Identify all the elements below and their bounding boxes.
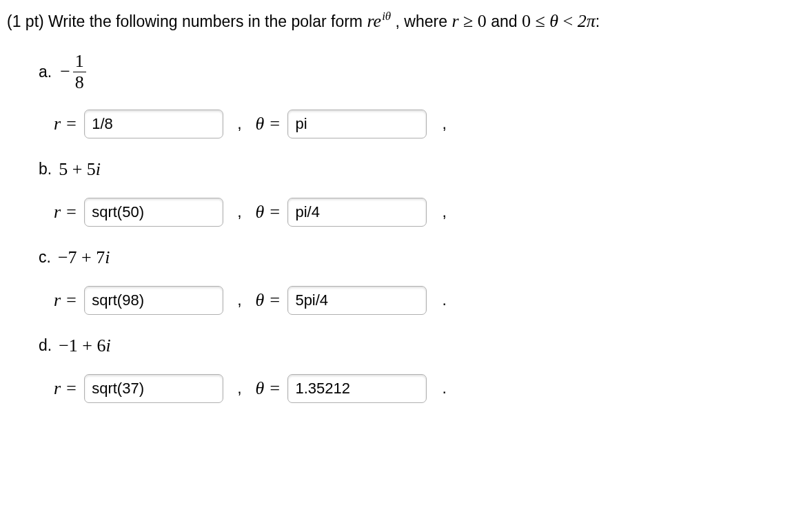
prompt-text: (1 pt) Write the following numbers in th… (7, 10, 805, 33)
part-c-r-input[interactable] (84, 286, 223, 315)
part-a-label-row: a. − 1 8 (39, 52, 805, 92)
polar-exponent: iθ (382, 10, 391, 23)
r-label: r = (54, 114, 77, 134)
cond2-le1: ≤ (531, 11, 549, 31)
part-a: a. − 1 8 r = , θ = , (39, 52, 805, 138)
cond2-lt: < (558, 11, 578, 31)
cond2-2pi: 2π (578, 11, 596, 31)
part-c-label-row: c. −7 + 7i (39, 247, 805, 268)
polar-r: r (367, 11, 373, 31)
r-label: r = (54, 290, 77, 311)
part-b-answer-row: r = , θ = , (54, 198, 805, 227)
part-c-letter: c. (39, 248, 51, 267)
part-a-r-input[interactable] (84, 110, 223, 138)
part-d-answer-row: r = , θ = . (54, 374, 805, 403)
theta-label: θ = (256, 378, 281, 399)
prompt-colon: : (596, 12, 600, 30)
part-a-denom: 8 (73, 72, 86, 92)
part-c-expr: −7 + 7i (58, 247, 110, 268)
part-b-expr: 5 + 5i (59, 159, 101, 180)
part-d-expr: −1 + 6i (59, 336, 111, 356)
part-d-r-input[interactable] (84, 374, 223, 403)
part-b-tail: , (442, 203, 446, 221)
part-a-tail: , (442, 114, 446, 133)
cond-rel-ge: ≥ (459, 11, 478, 31)
part-d: d. −1 + 6i r = , θ = . (39, 336, 805, 403)
part-c: c. −7 + 7i r = , θ = . (39, 247, 805, 315)
part-d-tail: . (442, 379, 446, 398)
r-label: r = (54, 378, 77, 399)
polar-e: e (374, 11, 382, 31)
prompt-and: and (487, 12, 522, 30)
part-c-tail: . (442, 291, 446, 309)
theta-label: θ = (256, 202, 281, 223)
part-c-theta-input[interactable] (287, 286, 427, 315)
part-b: b. 5 + 5i r = , θ = , (39, 159, 805, 227)
part-d-theta-input[interactable] (287, 374, 427, 403)
cond2-theta: θ (549, 11, 558, 31)
part-a-neg: − (60, 61, 70, 82)
part-d-label-row: d. −1 + 6i (39, 336, 805, 356)
theta-label: θ = (256, 114, 281, 134)
separator: , (237, 203, 241, 221)
part-c-answer-row: r = , θ = . (54, 286, 805, 315)
cond-zero: 0 (478, 11, 487, 31)
separator: , (237, 114, 241, 133)
prompt-prefix: (1 pt) Write the following numbers in th… (7, 12, 367, 30)
part-a-theta-input[interactable] (287, 110, 427, 138)
r-label: r = (54, 202, 77, 223)
part-a-letter: a. (39, 63, 52, 81)
separator: , (237, 379, 241, 398)
part-a-answer-row: r = , θ = , (54, 110, 805, 138)
separator: , (237, 291, 241, 309)
part-b-r-input[interactable] (84, 198, 223, 227)
part-a-numer: 1 (73, 52, 86, 72)
part-b-theta-input[interactable] (287, 198, 427, 227)
part-b-letter: b. (39, 160, 52, 178)
part-d-letter: d. (39, 336, 52, 355)
cond-r: r (451, 11, 458, 31)
theta-label: θ = (256, 290, 281, 311)
problem-page: (1 pt) Write the following numbers in th… (0, 0, 812, 431)
cond2-zero: 0 (522, 11, 531, 31)
part-b-label-row: b. 5 + 5i (39, 159, 805, 180)
prompt-mid: , where (391, 12, 451, 30)
part-a-fraction: 1 8 (73, 52, 86, 92)
